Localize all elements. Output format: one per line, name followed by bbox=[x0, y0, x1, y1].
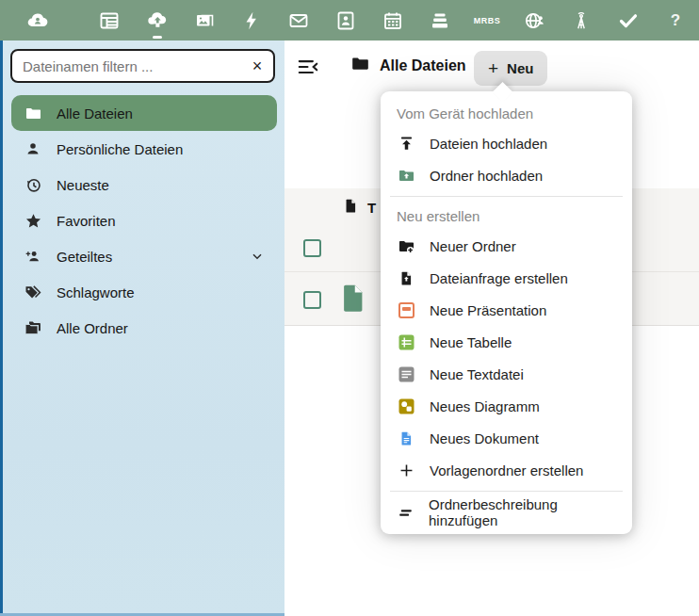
activity-icon bbox=[241, 9, 262, 32]
folder-upload-icon bbox=[397, 167, 415, 185]
menu-item-new-spreadsheet[interactable]: Neue Tabelle bbox=[381, 326, 632, 358]
star-icon bbox=[24, 212, 42, 230]
menu-item-file-request[interactable]: Dateianfrage erstellen bbox=[381, 262, 632, 294]
upload-icon bbox=[397, 135, 415, 153]
clear-filter-button[interactable]: × bbox=[241, 52, 273, 80]
collapse-sidebar-button[interactable] bbox=[296, 55, 320, 82]
new-menu: Vom Gerät hochladen Dateien hochladen Or… bbox=[381, 91, 632, 534]
nextcloud-logo-button[interactable] bbox=[17, 0, 58, 41]
top-app-bar: MRBS ? bbox=[0, 0, 699, 41]
chevron-down-icon[interactable] bbox=[250, 249, 265, 264]
filename-filter-input[interactable] bbox=[12, 58, 241, 74]
tasks-app-button[interactable] bbox=[608, 0, 649, 41]
green-document-icon[interactable] bbox=[339, 283, 367, 317]
menu-item-new-textfile[interactable]: Neue Textdatei bbox=[381, 358, 632, 390]
sidebar-item-label: Alle Dateien bbox=[57, 105, 133, 122]
sidebar-item-all-folders[interactable]: Alle Ordner bbox=[11, 310, 277, 346]
antenna-icon bbox=[571, 9, 592, 32]
mail-icon bbox=[287, 9, 310, 32]
dashboard-icon bbox=[98, 9, 121, 32]
person-icon bbox=[24, 140, 42, 157]
contacts-app-button[interactable] bbox=[325, 0, 366, 41]
menu-section-upload: Vom Gerät hochladen bbox=[381, 99, 632, 127]
help-button[interactable]: ? bbox=[655, 0, 696, 41]
help-icon: ? bbox=[671, 11, 680, 30]
menu-item-label: Neue Tabelle bbox=[430, 334, 512, 350]
menu-item-upload-folder[interactable]: Ordner hochladen bbox=[381, 159, 632, 191]
new-button-label: Neu bbox=[507, 60, 533, 76]
intranet-app-button[interactable] bbox=[513, 0, 555, 41]
mrbs-app-label: MRBS bbox=[474, 16, 501, 25]
menu-item-label: Neue Präsentation bbox=[430, 302, 546, 318]
dashboard-app-button[interactable] bbox=[89, 0, 130, 41]
sidebar-item-tags[interactable]: Schlagworte bbox=[11, 274, 277, 310]
menu-item-upload-files[interactable]: Dateien hochladen bbox=[381, 127, 632, 159]
folder-plus-icon bbox=[397, 237, 415, 255]
text-lines-icon bbox=[397, 504, 415, 522]
sidebar-item-favorites[interactable]: Favoriten bbox=[11, 203, 277, 238]
photos-icon bbox=[193, 9, 216, 32]
sidebar-item-label: Alle Ordner bbox=[57, 320, 128, 336]
menu-item-label: Ordnerbeschreibung hinzufügen bbox=[429, 496, 616, 528]
menu-item-create-template-folder[interactable]: Vorlagenordner erstellen bbox=[381, 454, 632, 486]
contacts-icon bbox=[334, 9, 357, 32]
files-app-button[interactable] bbox=[137, 0, 178, 41]
diagram-icon bbox=[397, 398, 415, 414]
sidebar-item-label: Geteiltes bbox=[57, 249, 112, 265]
activity-app-button[interactable] bbox=[231, 0, 272, 41]
tag-icon bbox=[24, 284, 42, 301]
menu-section-create: Neu erstellen bbox=[381, 202, 632, 230]
row-checkbox[interactable] bbox=[303, 291, 321, 309]
file-type-filter-chip[interactable]: T bbox=[343, 197, 376, 218]
file-icon bbox=[343, 197, 359, 218]
new-button[interactable]: + Neu bbox=[474, 51, 547, 86]
sidebar-item-personal-files[interactable]: Persönliche Dateien bbox=[11, 131, 277, 167]
mrbs-app-button[interactable]: MRBS bbox=[466, 0, 508, 41]
mail-app-button[interactable] bbox=[278, 0, 319, 41]
files-upload-icon bbox=[145, 9, 170, 31]
breadcrumb-title: Alle Dateien bbox=[380, 57, 466, 74]
filename-filter-box: × bbox=[10, 49, 275, 83]
menu-item-label: Neues Diagramm bbox=[430, 398, 540, 414]
menu-divider bbox=[390, 196, 623, 197]
active-app-indicator bbox=[153, 36, 162, 39]
deck-icon bbox=[429, 9, 451, 32]
antenna-app-button[interactable] bbox=[561, 0, 602, 41]
globe-user-icon bbox=[523, 9, 546, 32]
select-all-checkbox[interactable] bbox=[303, 239, 321, 257]
menu-item-label: Neuer Ordner bbox=[430, 238, 516, 254]
photos-app-button[interactable] bbox=[184, 0, 225, 41]
sidebar-item-all-files[interactable]: Alle Dateien bbox=[11, 95, 277, 131]
menu-item-new-document[interactable]: Neues Dokument bbox=[381, 422, 632, 454]
spreadsheet-icon bbox=[397, 334, 415, 350]
menu-item-new-diagram[interactable]: Neues Diagramm bbox=[381, 390, 632, 422]
menu-item-new-presentation[interactable]: Neue Präsentation bbox=[381, 294, 632, 326]
folders-icon bbox=[24, 319, 42, 337]
plus-icon bbox=[397, 462, 415, 479]
sidebar-item-label: Favoriten bbox=[57, 213, 116, 229]
sidebar-item-label: Neueste bbox=[57, 177, 109, 193]
presentation-icon bbox=[397, 302, 415, 318]
menu-item-label: Neue Textdatei bbox=[430, 366, 524, 382]
sidebar-item-shares[interactable]: Geteiltes bbox=[11, 238, 277, 274]
plus-icon: + bbox=[488, 59, 498, 77]
menu-item-label: Ordner hochladen bbox=[430, 168, 543, 184]
account-plus-icon bbox=[24, 248, 42, 265]
calendar-app-button[interactable] bbox=[372, 0, 414, 41]
deck-app-button[interactable] bbox=[419, 0, 461, 41]
history-icon bbox=[24, 176, 42, 194]
menu-item-new-folder[interactable]: Neuer Ordner bbox=[381, 230, 632, 262]
nextcloud-logo-icon bbox=[23, 9, 53, 32]
files-sidebar: × Alle Dateien Persönliche Dateien Neues… bbox=[0, 41, 284, 616]
menu-divider bbox=[390, 491, 623, 492]
sidebar-item-label: Persönliche Dateien bbox=[57, 141, 183, 157]
breadcrumb[interactable]: Alle Dateien bbox=[350, 54, 466, 77]
document-icon bbox=[397, 430, 415, 447]
menu-item-label: Neues Dokument bbox=[430, 430, 539, 446]
sidebar-item-recent[interactable]: Neueste bbox=[11, 167, 277, 203]
file-upload-icon bbox=[397, 269, 415, 287]
menu-item-add-folder-description[interactable]: Ordnerbeschreibung hinzufügen bbox=[381, 496, 632, 528]
menu-item-label: Dateien hochladen bbox=[430, 136, 547, 152]
files-main-area: Alle Dateien + Neu T Vom Gerät hochladen… bbox=[284, 41, 699, 616]
file-type-filter-label: T bbox=[367, 200, 376, 216]
